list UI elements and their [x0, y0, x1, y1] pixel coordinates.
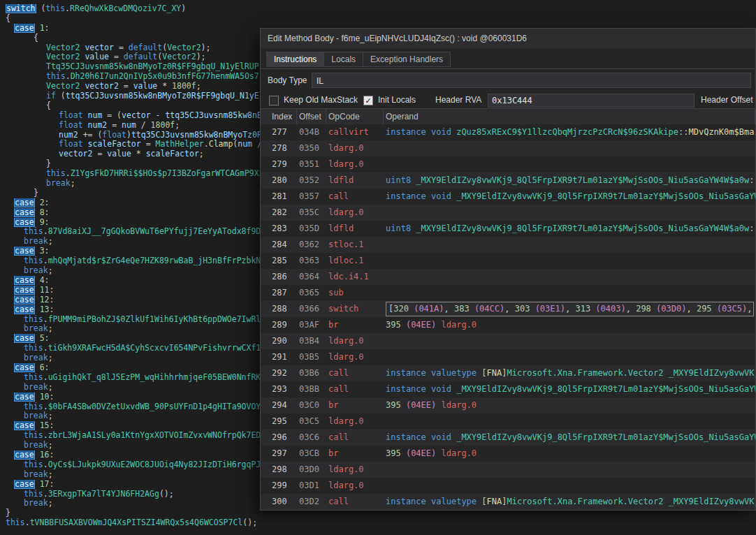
instruction-offset[interactable]: 03B4 — [297, 333, 326, 349]
instruction-row[interactable]: 2780350ldarg.0 — [261, 140, 755, 156]
instruction-opcode[interactable]: call — [326, 494, 384, 510]
instruction-opcode[interactable]: ldarg.0 — [326, 205, 384, 221]
instruction-row[interactable]: 29003B4ldarg.0 — [261, 333, 755, 349]
tab-instructions[interactable]: Instructions — [266, 52, 324, 67]
instruction-operand[interactable]: instance void zQuz85xRExC9$Y1llzcQbqMjrz… — [384, 124, 755, 140]
instruction-row[interactable]: 30003D2callinstance valuetype [FNA]Micro… — [261, 494, 755, 510]
instruction-index[interactable]: 282 — [266, 205, 297, 221]
instruction-offset[interactable]: 035D — [297, 221, 326, 237]
instruction-index[interactable]: 298 — [266, 462, 297, 478]
instruction-row[interactable]: 277034Bcallvirtinstance void zQuz85xRExC… — [261, 124, 755, 140]
instruction-row[interactable]: 29103B5ldarg.0 — [261, 349, 755, 365]
instruction-index[interactable]: 288 — [266, 301, 297, 317]
instruction-operand[interactable] — [384, 285, 755, 301]
keep-old-maxstack-checkbox[interactable] — [269, 96, 279, 105]
instruction-row[interactable]: 2860364ldc.i4.1 — [261, 269, 755, 285]
instruction-operand[interactable]: instance void _MXY9EldIZvy8vwVKj9_8Ql5Fr… — [384, 381, 755, 397]
instruction-opcode[interactable]: call — [326, 189, 384, 205]
instruction-row[interactable]: 2800352ldflduint8 _MXY9EldIZvy8vwVKj9_8Q… — [261, 173, 755, 189]
code-line[interactable]: switch (this.RReQhwXkBcwDMQoziv7C_XY) — [0, 4, 756, 14]
instruction-row[interactable]: 29803D0ldarg.0 — [261, 462, 755, 478]
instruction-index[interactable]: 294 — [266, 397, 297, 413]
instruction-operand[interactable] — [384, 413, 755, 430]
instruction-row[interactable]: 29903D1ldarg.0 — [261, 478, 755, 494]
instruction-index[interactable]: 280 — [266, 173, 297, 189]
instruction-offset[interactable]: 03D1 — [297, 478, 326, 494]
instruction-operand[interactable]: instance void _MXY9EldIZvy8vwVKj9_8Ql5Fr… — [384, 189, 755, 205]
instruction-row[interactable]: 29303BBcallinstance void _MXY9EldIZvy8vw… — [261, 381, 755, 397]
instruction-opcode[interactable]: br — [326, 446, 384, 462]
instruction-offset[interactable]: 03BB — [297, 381, 326, 397]
instruction-index[interactable]: 295 — [266, 413, 297, 430]
instruction-operand[interactable] — [384, 205, 755, 221]
instruction-index[interactable]: 287 — [266, 285, 297, 301]
instruction-operand[interactable] — [384, 462, 755, 478]
instruction-opcode[interactable]: ldarg.0 — [326, 140, 384, 156]
instruction-row[interactable]: 29603C6callinstance void _MXY9EldIZvy8vw… — [261, 430, 755, 446]
instruction-opcode[interactable]: ldfld — [326, 221, 384, 237]
instruction-opcode[interactable]: br — [326, 397, 384, 413]
init-locals-checkbox[interactable]: ✓ — [363, 96, 373, 105]
instruction-row[interactable]: 2810357callinstance void _MXY9EldIZvy8vw… — [261, 189, 755, 205]
instruction-row[interactable]: 2790351ldarg.0 — [261, 156, 755, 173]
code-line[interactable]: { — [0, 14, 756, 24]
instruction-offset[interactable]: 0366 — [297, 301, 326, 317]
instruction-opcode[interactable]: callvirt — [326, 124, 384, 140]
instruction-offset[interactable]: 034B — [297, 124, 326, 140]
instruction-opcode[interactable]: stloc.1 — [326, 237, 384, 253]
instruction-operand[interactable] — [384, 269, 755, 285]
instruction-index[interactable]: 278 — [266, 140, 297, 156]
instruction-operand[interactable] — [384, 478, 755, 494]
instruction-opcode[interactable]: switch — [326, 301, 384, 317]
instruction-index[interactable]: 300 — [266, 494, 297, 510]
column-header-offset[interactable]: Offset — [297, 109, 326, 124]
instruction-operand[interactable]: 395 (04EE) ldarg.0 — [384, 446, 755, 462]
tab-locals[interactable]: Locals — [324, 52, 363, 67]
instruction-operand[interactable]: instance valuetype [FNA]Microsoft.Xna.Fr… — [384, 494, 755, 510]
instruction-index[interactable]: 299 — [266, 478, 297, 494]
operand-editor-box[interactable]: [320 (041A), 383 (04CC), 303 (03E1), 313… — [386, 302, 754, 316]
instruction-index[interactable]: 297 — [266, 446, 297, 462]
instruction-opcode[interactable]: br — [326, 317, 384, 333]
instruction-index[interactable]: 281 — [266, 189, 297, 205]
instruction-offset[interactable]: 0364 — [297, 269, 326, 285]
instruction-opcode[interactable]: call — [326, 381, 384, 397]
instruction-row[interactable]: 2880366switch[320 (041A), 383 (04CC), 30… — [261, 301, 755, 317]
code-line[interactable]: this.tVNBBFUSAXBVOWmJQ4XsPITSZI4WRQx5s4Q… — [0, 518, 756, 528]
instruction-row[interactable]: 29503C5ldarg.0 — [261, 413, 755, 430]
instruction-index[interactable]: 279 — [266, 156, 297, 173]
instruction-operand[interactable] — [384, 349, 755, 365]
instruction-index[interactable]: 284 — [266, 237, 297, 253]
instruction-operand[interactable]: 395 (04EE) ldarg.0 — [384, 317, 755, 333]
instruction-operand[interactable]: uint8 _MXY9EldIZvy8vwVKj9_8Ql5FrpIXR9t7L… — [384, 221, 755, 237]
instruction-opcode[interactable]: ldfld — [326, 173, 384, 189]
instruction-row[interactable]: 2850363ldloc.1 — [261, 253, 755, 269]
instruction-offset[interactable]: 0352 — [297, 173, 326, 189]
instruction-row[interactable]: 28903AFbr395 (04EE) ldarg.0 — [261, 317, 755, 333]
instruction-index[interactable]: 292 — [266, 365, 297, 381]
instruction-row[interactable]: 29403C0br395 (04EE) ldarg.0 — [261, 397, 755, 413]
body-type-select[interactable]: IL — [312, 73, 751, 88]
instruction-opcode[interactable]: call — [326, 365, 384, 381]
instruction-offset[interactable]: 0350 — [297, 140, 326, 156]
instruction-offset[interactable]: 03C5 — [297, 413, 326, 430]
instruction-offset[interactable]: 03B5 — [297, 349, 326, 365]
column-header-opcode[interactable]: OpCode — [326, 109, 384, 124]
instruction-opcode[interactable]: ldarg.0 — [326, 349, 384, 365]
instruction-operand[interactable] — [384, 140, 755, 156]
instruction-opcode[interactable]: ldarg.0 — [326, 413, 384, 430]
instruction-offset[interactable]: 0362 — [297, 237, 326, 253]
instruction-operand[interactable]: [320 (041A), 383 (04CC), 303 (03E1), 313… — [384, 301, 755, 317]
instruction-row[interactable]: 2840362stloc.1 — [261, 237, 755, 253]
instruction-offset[interactable]: 0351 — [297, 156, 326, 173]
instruction-operand[interactable]: instance void _MXY9EldIZvy8vwVKj9_8Ql5Fr… — [384, 430, 755, 446]
instruction-index[interactable]: 283 — [266, 221, 297, 237]
instruction-operand[interactable] — [384, 253, 755, 269]
instruction-offset[interactable]: 03D2 — [297, 494, 326, 510]
instruction-offset[interactable]: 03AF — [297, 317, 326, 333]
instruction-opcode[interactable]: ldc.i4.1 — [326, 269, 384, 285]
instruction-opcode[interactable]: sub — [326, 285, 384, 301]
instruction-offset[interactable]: 03B6 — [297, 365, 326, 381]
instruction-opcode[interactable]: call — [326, 430, 384, 446]
header-rva-input[interactable] — [488, 94, 695, 108]
